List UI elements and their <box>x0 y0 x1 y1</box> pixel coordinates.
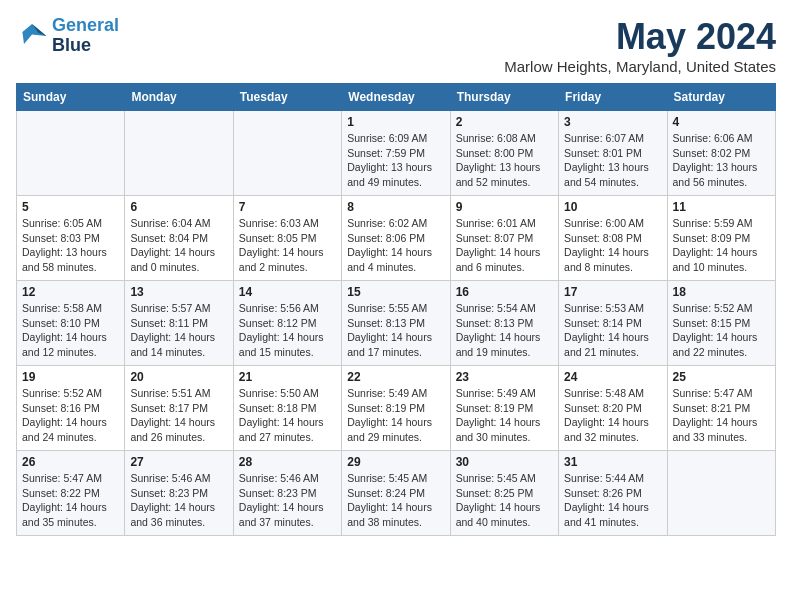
day-number: 22 <box>347 370 444 384</box>
day-info: Sunrise: 6:00 AMSunset: 8:08 PMDaylight:… <box>564 216 661 275</box>
day-number: 13 <box>130 285 227 299</box>
day-number: 14 <box>239 285 336 299</box>
day-info: Sunrise: 5:55 AMSunset: 8:13 PMDaylight:… <box>347 301 444 360</box>
day-number: 4 <box>673 115 770 129</box>
calendar-header: SundayMondayTuesdayWednesdayThursdayFrid… <box>17 84 776 111</box>
day-info: Sunrise: 6:01 AMSunset: 8:07 PMDaylight:… <box>456 216 553 275</box>
day-info: Sunrise: 5:44 AMSunset: 8:26 PMDaylight:… <box>564 471 661 530</box>
calendar-cell: 19Sunrise: 5:52 AMSunset: 8:16 PMDayligh… <box>17 366 125 451</box>
day-number: 19 <box>22 370 119 384</box>
day-number: 26 <box>22 455 119 469</box>
day-number: 30 <box>456 455 553 469</box>
day-info: Sunrise: 6:04 AMSunset: 8:04 PMDaylight:… <box>130 216 227 275</box>
day-info: Sunrise: 5:48 AMSunset: 8:20 PMDaylight:… <box>564 386 661 445</box>
day-number: 31 <box>564 455 661 469</box>
calendar-cell: 9Sunrise: 6:01 AMSunset: 8:07 PMDaylight… <box>450 196 558 281</box>
day-number: 28 <box>239 455 336 469</box>
calendar-cell: 29Sunrise: 5:45 AMSunset: 8:24 PMDayligh… <box>342 451 450 536</box>
day-number: 29 <box>347 455 444 469</box>
day-number: 16 <box>456 285 553 299</box>
calendar-cell: 18Sunrise: 5:52 AMSunset: 8:15 PMDayligh… <box>667 281 775 366</box>
day-info: Sunrise: 5:46 AMSunset: 8:23 PMDaylight:… <box>239 471 336 530</box>
calendar-cell: 21Sunrise: 5:50 AMSunset: 8:18 PMDayligh… <box>233 366 341 451</box>
weekday-header-tuesday: Tuesday <box>233 84 341 111</box>
calendar-cell: 26Sunrise: 5:47 AMSunset: 8:22 PMDayligh… <box>17 451 125 536</box>
calendar-cell: 1Sunrise: 6:09 AMSunset: 7:59 PMDaylight… <box>342 111 450 196</box>
day-number: 24 <box>564 370 661 384</box>
day-info: Sunrise: 6:05 AMSunset: 8:03 PMDaylight:… <box>22 216 119 275</box>
day-number: 3 <box>564 115 661 129</box>
calendar-cell: 10Sunrise: 6:00 AMSunset: 8:08 PMDayligh… <box>559 196 667 281</box>
logo: General Blue <box>16 16 119 56</box>
calendar-cell <box>17 111 125 196</box>
day-info: Sunrise: 5:49 AMSunset: 8:19 PMDaylight:… <box>456 386 553 445</box>
calendar-cell: 31Sunrise: 5:44 AMSunset: 8:26 PMDayligh… <box>559 451 667 536</box>
day-number: 2 <box>456 115 553 129</box>
day-info: Sunrise: 6:09 AMSunset: 7:59 PMDaylight:… <box>347 131 444 190</box>
day-info: Sunrise: 5:52 AMSunset: 8:16 PMDaylight:… <box>22 386 119 445</box>
title-block: May 2024 Marlow Heights, Maryland, Unite… <box>504 16 776 75</box>
day-number: 9 <box>456 200 553 214</box>
calendar-body: 1Sunrise: 6:09 AMSunset: 7:59 PMDaylight… <box>17 111 776 536</box>
calendar-cell: 8Sunrise: 6:02 AMSunset: 8:06 PMDaylight… <box>342 196 450 281</box>
logo-icon <box>16 20 48 52</box>
weekday-header-friday: Friday <box>559 84 667 111</box>
calendar-table: SundayMondayTuesdayWednesdayThursdayFrid… <box>16 83 776 536</box>
calendar-cell: 5Sunrise: 6:05 AMSunset: 8:03 PMDaylight… <box>17 196 125 281</box>
page-header: General Blue May 2024 Marlow Heights, Ma… <box>16 16 776 75</box>
day-number: 1 <box>347 115 444 129</box>
calendar-cell: 23Sunrise: 5:49 AMSunset: 8:19 PMDayligh… <box>450 366 558 451</box>
calendar-cell: 30Sunrise: 5:45 AMSunset: 8:25 PMDayligh… <box>450 451 558 536</box>
day-info: Sunrise: 5:50 AMSunset: 8:18 PMDaylight:… <box>239 386 336 445</box>
calendar-week-3: 12Sunrise: 5:58 AMSunset: 8:10 PMDayligh… <box>17 281 776 366</box>
day-info: Sunrise: 5:45 AMSunset: 8:25 PMDaylight:… <box>456 471 553 530</box>
day-info: Sunrise: 6:08 AMSunset: 8:00 PMDaylight:… <box>456 131 553 190</box>
day-number: 15 <box>347 285 444 299</box>
month-title: May 2024 <box>504 16 776 58</box>
day-info: Sunrise: 5:49 AMSunset: 8:19 PMDaylight:… <box>347 386 444 445</box>
day-info: Sunrise: 5:57 AMSunset: 8:11 PMDaylight:… <box>130 301 227 360</box>
weekday-header-monday: Monday <box>125 84 233 111</box>
day-info: Sunrise: 5:47 AMSunset: 8:22 PMDaylight:… <box>22 471 119 530</box>
day-number: 7 <box>239 200 336 214</box>
calendar-cell: 3Sunrise: 6:07 AMSunset: 8:01 PMDaylight… <box>559 111 667 196</box>
day-number: 25 <box>673 370 770 384</box>
calendar-cell: 4Sunrise: 6:06 AMSunset: 8:02 PMDaylight… <box>667 111 775 196</box>
day-number: 12 <box>22 285 119 299</box>
day-info: Sunrise: 5:47 AMSunset: 8:21 PMDaylight:… <box>673 386 770 445</box>
day-info: Sunrise: 5:53 AMSunset: 8:14 PMDaylight:… <box>564 301 661 360</box>
day-number: 11 <box>673 200 770 214</box>
weekday-header-thursday: Thursday <box>450 84 558 111</box>
weekday-header-row: SundayMondayTuesdayWednesdayThursdayFrid… <box>17 84 776 111</box>
calendar-week-1: 1Sunrise: 6:09 AMSunset: 7:59 PMDaylight… <box>17 111 776 196</box>
day-info: Sunrise: 5:52 AMSunset: 8:15 PMDaylight:… <box>673 301 770 360</box>
location-title: Marlow Heights, Maryland, United States <box>504 58 776 75</box>
calendar-cell: 17Sunrise: 5:53 AMSunset: 8:14 PMDayligh… <box>559 281 667 366</box>
day-number: 10 <box>564 200 661 214</box>
calendar-cell: 22Sunrise: 5:49 AMSunset: 8:19 PMDayligh… <box>342 366 450 451</box>
calendar-week-2: 5Sunrise: 6:05 AMSunset: 8:03 PMDaylight… <box>17 196 776 281</box>
day-info: Sunrise: 6:03 AMSunset: 8:05 PMDaylight:… <box>239 216 336 275</box>
calendar-cell <box>233 111 341 196</box>
calendar-cell <box>125 111 233 196</box>
day-info: Sunrise: 5:46 AMSunset: 8:23 PMDaylight:… <box>130 471 227 530</box>
day-info: Sunrise: 6:07 AMSunset: 8:01 PMDaylight:… <box>564 131 661 190</box>
day-info: Sunrise: 5:59 AMSunset: 8:09 PMDaylight:… <box>673 216 770 275</box>
day-info: Sunrise: 5:54 AMSunset: 8:13 PMDaylight:… <box>456 301 553 360</box>
day-info: Sunrise: 5:51 AMSunset: 8:17 PMDaylight:… <box>130 386 227 445</box>
calendar-cell: 7Sunrise: 6:03 AMSunset: 8:05 PMDaylight… <box>233 196 341 281</box>
day-info: Sunrise: 6:02 AMSunset: 8:06 PMDaylight:… <box>347 216 444 275</box>
day-number: 5 <box>22 200 119 214</box>
weekday-header-sunday: Sunday <box>17 84 125 111</box>
day-number: 18 <box>673 285 770 299</box>
calendar-cell: 24Sunrise: 5:48 AMSunset: 8:20 PMDayligh… <box>559 366 667 451</box>
day-number: 8 <box>347 200 444 214</box>
day-number: 20 <box>130 370 227 384</box>
calendar-cell: 13Sunrise: 5:57 AMSunset: 8:11 PMDayligh… <box>125 281 233 366</box>
calendar-cell: 2Sunrise: 6:08 AMSunset: 8:00 PMDaylight… <box>450 111 558 196</box>
day-number: 17 <box>564 285 661 299</box>
weekday-header-wednesday: Wednesday <box>342 84 450 111</box>
calendar-cell: 15Sunrise: 5:55 AMSunset: 8:13 PMDayligh… <box>342 281 450 366</box>
day-info: Sunrise: 5:45 AMSunset: 8:24 PMDaylight:… <box>347 471 444 530</box>
calendar-cell: 25Sunrise: 5:47 AMSunset: 8:21 PMDayligh… <box>667 366 775 451</box>
